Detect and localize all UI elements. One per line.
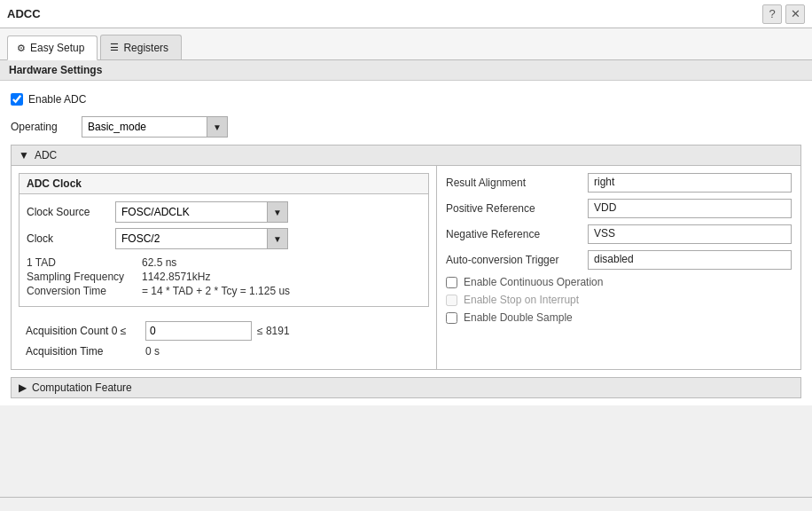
registers-icon: ☰ — [110, 42, 119, 53]
adc-clock-box: ADC Clock Clock Source FOSC/ADCLK FOSC/2… — [19, 173, 429, 307]
double-sample-row: Enable Double Sample — [446, 311, 792, 324]
tad-label: 1 TAD — [27, 256, 142, 269]
title-bar: ADCC ? ✕ — [0, 0, 812, 28]
enable-adc-label: Enable ADC — [28, 93, 86, 106]
auto-conversion-row: Auto-conversion Trigger disabled — [446, 250, 792, 270]
acq-count-input[interactable] — [145, 321, 252, 341]
info-rows: 1 TAD 62.5 ns Sampling Frequency 1142.85… — [27, 256, 421, 297]
tab-easy-setup-label: Easy Setup — [30, 42, 84, 54]
checkbox-section: Enable Continuous Operation Enable Stop … — [446, 276, 792, 324]
result-alignment-label: Result Alignment — [446, 177, 588, 189]
computation-panel-title: Computation Feature — [32, 381, 132, 394]
clock-row: Clock FOSC/2 FOSC/4 FOSC/8 FOSC/16 FOSC/… — [27, 228, 421, 249]
acquisition-rows: Acquisition Count 0 ≤ ≤ 8191 Acquisition… — [12, 314, 436, 369]
clock-source-dropdown-arrow[interactable]: ▼ — [267, 202, 287, 222]
auto-conversion-label: Auto-conversion Trigger — [446, 254, 588, 266]
acq-time-label: Acquisition Time — [26, 345, 145, 358]
continuous-operation-row: Enable Continuous Operation — [446, 276, 792, 288]
adc-panel-body: ADC Clock Clock Source FOSC/ADCLK FOSC/2… — [12, 166, 800, 369]
conversion-time-label: Conversion Time — [27, 285, 142, 297]
acq-time-value: 0 s — [145, 345, 160, 358]
hardware-settings-header: Hardware Settings — [0, 60, 812, 81]
app-title: ADCC — [7, 7, 41, 20]
acq-count-max: ≤ 8191 — [257, 325, 290, 337]
sampling-freq-value: 1142.8571kHz — [142, 271, 210, 283]
adc-clock-body: Clock Source FOSC/ADCLK FOSC/2 FOSC/4 FO… — [20, 194, 428, 306]
acq-count-label: Acquisition Count 0 ≤ — [26, 325, 145, 337]
adc-panel: ▼ ADC ADC Clock Clock Source FOSC/ADCLK — [11, 145, 801, 370]
conversion-time-row: Conversion Time = 14 * TAD + 2 * Tcy = 1… — [27, 285, 421, 297]
stop-on-interrupt-checkbox[interactable] — [446, 295, 457, 306]
operating-row: Operating Basic_mode Advanced_mode ▼ — [11, 116, 801, 138]
result-alignment-row: Result Alignment right — [446, 173, 792, 193]
adc-collapse-icon: ▼ — [19, 149, 29, 161]
tad-row: 1 TAD 62.5 ns — [27, 256, 421, 269]
continuous-operation-checkbox[interactable] — [446, 277, 457, 288]
enable-adc-checkbox[interactable] — [11, 93, 23, 106]
tad-value: 62.5 ns — [142, 256, 176, 269]
operating-select[interactable]: Basic_mode Advanced_mode — [82, 117, 207, 137]
close-button[interactable]: ✕ — [785, 4, 805, 24]
computation-panel-header[interactable]: ▶ Computation Feature — [12, 378, 800, 397]
result-alignment-value: right — [588, 173, 792, 193]
clock-source-row: Clock Source FOSC/ADCLK FOSC/2 FOSC/4 FO… — [27, 201, 421, 223]
operating-label: Operating — [11, 121, 73, 133]
positive-ref-value: VDD — [588, 199, 792, 218]
scrollbar-area[interactable] — [0, 497, 812, 511]
conversion-time-value: = 14 * TAD + 2 * Tcy = 1.125 us — [142, 285, 290, 297]
auto-conversion-value: disabled — [588, 250, 792, 270]
stop-on-interrupt-row: Enable Stop on Interrupt — [446, 294, 792, 306]
clock-source-select[interactable]: FOSC/ADCLK FOSC/2 FOSC/4 FOSC/8 FOSC/16 … — [116, 202, 267, 222]
adc-right-column: Result Alignment right Positive Referenc… — [437, 166, 800, 369]
help-button[interactable]: ? — [762, 4, 782, 24]
clock-label: Clock — [27, 232, 115, 245]
clock-dropdown-arrow[interactable]: ▼ — [267, 229, 287, 248]
computation-collapse-icon: ▶ — [19, 381, 27, 394]
double-sample-checkbox[interactable] — [446, 312, 457, 324]
clock-dropdown-wrapper: FOSC/2 FOSC/4 FOSC/8 FOSC/16 FOSC/32 ▼ — [115, 228, 288, 249]
positive-ref-row: Positive Reference VDD — [446, 199, 792, 218]
tab-easy-setup[interactable]: ⚙ Easy Setup — [7, 35, 98, 60]
main-content: Enable ADC Operating Basic_mode Advanced… — [0, 81, 812, 405]
adc-left-column: ADC Clock Clock Source FOSC/ADCLK FOSC/2… — [12, 166, 437, 369]
continuous-operation-label: Enable Continuous Operation — [464, 276, 603, 288]
tab-registers[interactable]: ☰ Registers — [100, 35, 182, 59]
acquisition-count-row: Acquisition Count 0 ≤ ≤ 8191 — [26, 321, 429, 341]
operating-dropdown-wrapper: Basic_mode Advanced_mode ▼ — [82, 116, 228, 138]
positive-ref-label: Positive Reference — [446, 202, 588, 215]
title-bar-actions: ? ✕ — [762, 4, 805, 24]
clock-source-dropdown-wrapper: FOSC/ADCLK FOSC/2 FOSC/4 FOSC/8 FOSC/16 … — [115, 201, 288, 223]
double-sample-label: Enable Double Sample — [464, 311, 573, 324]
operating-dropdown-arrow[interactable]: ▼ — [207, 117, 227, 137]
tab-registers-label: Registers — [123, 42, 168, 54]
acquisition-time-row: Acquisition Time 0 s — [26, 345, 429, 358]
clock-select[interactable]: FOSC/2 FOSC/4 FOSC/8 FOSC/16 FOSC/32 — [116, 229, 267, 248]
negative-ref-label: Negative Reference — [446, 228, 588, 240]
sampling-freq-label: Sampling Frequency — [27, 271, 142, 283]
tabs-bar: ⚙ Easy Setup ☰ Registers — [0, 28, 812, 60]
enable-adc-row: Enable ADC — [11, 90, 801, 109]
negative-ref-row: Negative Reference VSS — [446, 224, 792, 244]
negative-ref-value: VSS — [588, 224, 792, 244]
stop-on-interrupt-label: Enable Stop on Interrupt — [464, 294, 579, 306]
gear-icon: ⚙ — [17, 43, 26, 54]
clock-source-label: Clock Source — [27, 206, 115, 218]
adc-panel-header[interactable]: ▼ ADC — [12, 145, 800, 166]
adc-panel-title: ADC — [35, 149, 57, 161]
computation-panel: ▶ Computation Feature — [11, 377, 801, 398]
adc-clock-header: ADC Clock — [20, 174, 428, 194]
sampling-freq-row: Sampling Frequency 1142.8571kHz — [27, 271, 421, 283]
